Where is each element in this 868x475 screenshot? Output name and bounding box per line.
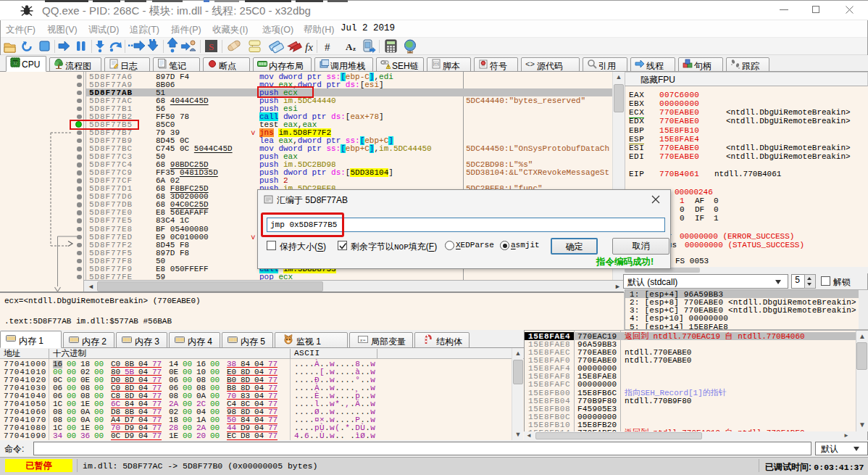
svg-text:fx: fx <box>305 41 313 53</box>
svg-text:<>: <> <box>525 60 535 69</box>
svg-text:<>: <> <box>434 62 438 66</box>
svg-text:x=: x= <box>359 337 366 343</box>
svg-text:z: z <box>353 45 356 52</box>
svg-text:32: 32 <box>13 61 18 65</box>
svg-text:S: S <box>209 41 214 52</box>
svg-text:#: # <box>325 41 330 53</box>
svg-text:A: A <box>346 41 353 52</box>
